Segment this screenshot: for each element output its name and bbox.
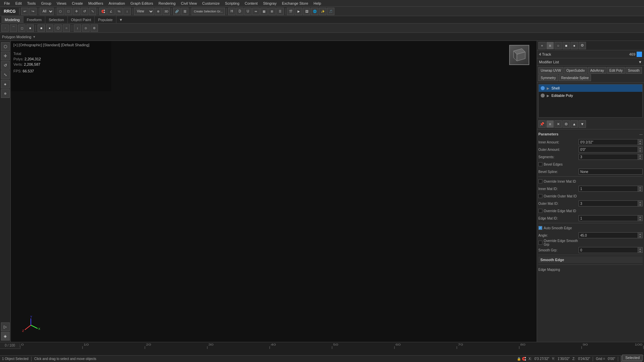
outer-amount-up[interactable]: ▲ xyxy=(638,147,642,149)
undo-btn[interactable]: ↩ xyxy=(21,8,29,15)
menu-scripting[interactable]: Scripting xyxy=(222,1,242,6)
outer-mat-id-input[interactable] xyxy=(579,200,638,206)
rotate-tool-btn[interactable]: ↺ xyxy=(1,61,10,70)
tab-object-paint[interactable]: Object Paint xyxy=(68,16,95,23)
sub-tools1[interactable]: ↕ xyxy=(74,24,81,32)
tab-freeform[interactable]: Freeform xyxy=(23,16,46,23)
edge-mode-btn[interactable]: ⌒ xyxy=(10,24,17,32)
menu-help[interactable]: Help xyxy=(311,1,324,6)
rp-settings-btn[interactable]: ⚙ xyxy=(579,42,586,49)
adv-array-btn[interactable]: AdvArray xyxy=(588,67,606,74)
rp-plus-btn[interactable]: + xyxy=(538,42,546,49)
override-outer-mat-checkbox[interactable] xyxy=(538,194,542,198)
spinner-snap-btn[interactable]: ↕ xyxy=(123,8,131,15)
outer-amount-down[interactable]: ▼ xyxy=(638,149,642,152)
modifier-list-dropdown-arrow[interactable]: ▼ xyxy=(638,60,642,64)
track-color-box[interactable] xyxy=(637,52,642,57)
move-tool-btn[interactable]: ✛ xyxy=(1,52,10,60)
display-btn[interactable]: D xyxy=(236,8,244,15)
opensubdiv-btn[interactable]: OpenSubdiv xyxy=(564,67,587,74)
tab-selection[interactable]: Selection xyxy=(45,16,67,23)
bevel-spline-input[interactable] xyxy=(579,169,643,175)
left-extra2[interactable]: ⊕ xyxy=(1,89,10,98)
render-env-btn[interactable]: 🌐 xyxy=(311,8,318,15)
hierarchy-btn[interactable]: H xyxy=(228,8,235,15)
remove-modifier-btn[interactable]: ✕ xyxy=(554,120,562,128)
stack-item-shell[interactable]: ▶ Shell xyxy=(539,84,642,92)
inner-amount-input[interactable] xyxy=(579,139,638,145)
edge-mat-id-down[interactable]: ▼ xyxy=(638,218,642,221)
sub-tools2[interactable]: ⊙ xyxy=(82,24,90,32)
inner-amount-spinner[interactable]: ▲ ▼ xyxy=(638,139,643,145)
render-frame-btn[interactable]: 🖼 xyxy=(303,8,310,15)
smooth-edge-header[interactable]: Smooth Edge xyxy=(538,256,643,263)
override-inner-mat-checkbox[interactable] xyxy=(538,179,542,183)
menu-group[interactable]: Group xyxy=(38,1,54,6)
rotate-btn[interactable]: ↺ xyxy=(81,8,88,15)
view-dropdown[interactable]: View xyxy=(134,8,154,15)
outer-amount-input[interactable] xyxy=(579,146,638,153)
unwrap-uvw-btn[interactable]: Unwrap UVW xyxy=(538,67,564,74)
sub-obj1[interactable]: ■ xyxy=(38,24,45,32)
rp-square-btn[interactable]: ■ xyxy=(562,42,570,49)
inner-mat-id-up[interactable]: ▲ xyxy=(638,186,642,189)
scale-btn[interactable]: ⤡ xyxy=(89,8,96,15)
smooth-grp-up[interactable]: ▲ xyxy=(638,247,642,250)
align-btn[interactable]: ⊞ xyxy=(268,8,276,15)
segments-up[interactable]: ▲ xyxy=(638,154,642,157)
render-effects-btn[interactable]: ✨ xyxy=(319,8,326,15)
sub-obj4[interactable]: ○ xyxy=(63,24,70,32)
rp-circle-btn[interactable]: ○ xyxy=(554,42,562,49)
media-tracker-btn[interactable]: 🎵 xyxy=(327,8,334,15)
tabs-extra-dropdown[interactable]: ▼ xyxy=(116,18,125,22)
menu-customize[interactable]: Customize xyxy=(200,1,222,6)
menu-content[interactable]: Content xyxy=(242,1,261,6)
angle-up[interactable]: ▲ xyxy=(638,233,642,235)
segments-down[interactable]: ▼ xyxy=(638,157,642,160)
scale-tool-btn[interactable]: ⤡ xyxy=(1,70,10,79)
timeline-ruler[interactable]: 0 10 20 30 40 50 60 70 80 90 1 xyxy=(20,342,644,349)
view-center-btn[interactable]: ⊕ xyxy=(155,8,162,15)
highlight-stack-btn[interactable]: ≡ xyxy=(546,120,554,128)
smooth-grp-down[interactable]: ▼ xyxy=(638,250,642,253)
auto-smooth-edge-checkbox[interactable]: ✓ xyxy=(538,226,542,230)
menu-create[interactable]: Create xyxy=(69,1,86,6)
bevel-edges-checkbox[interactable] xyxy=(538,162,542,166)
quick-render-btn[interactable]: ▶ xyxy=(295,8,302,15)
timeline-playhead[interactable]: 0 / 100 xyxy=(0,344,20,347)
menu-modifiers[interactable]: Modifiers xyxy=(86,1,106,6)
select-tool-btn[interactable]: ⬡ xyxy=(1,42,10,51)
modifier-list-header[interactable]: Modifier List ▼ xyxy=(537,58,644,66)
edge-mat-id-input[interactable] xyxy=(579,215,638,221)
menu-views[interactable]: Views xyxy=(54,1,69,6)
segments-input[interactable] xyxy=(579,154,638,160)
inner-mat-id-spinner[interactable]: ▲ ▼ xyxy=(638,186,643,192)
outer-mat-id-spinner[interactable]: ▲ ▼ xyxy=(638,200,643,206)
angle-spinner[interactable]: ▲ ▼ xyxy=(638,232,643,238)
utilities-btn[interactable]: U xyxy=(244,8,252,15)
unlink-btn[interactable]: ⛓ xyxy=(181,8,189,15)
3d-snap-btn[interactable]: 3D xyxy=(163,8,170,15)
vertex-mode-btn[interactable]: ⬝ xyxy=(1,24,9,32)
move-up-btn[interactable]: ▲ xyxy=(571,120,578,128)
poly-dropdown-arrow[interactable]: ▼ xyxy=(33,35,36,39)
symmetry-btn[interactable]: Symmetry xyxy=(538,74,558,81)
border-mode-btn[interactable]: ◻ xyxy=(18,24,25,32)
left-extra1[interactable]: ◈ xyxy=(1,80,10,88)
tab-populate[interactable]: Populate xyxy=(95,16,116,23)
percent-snap-btn[interactable]: % xyxy=(115,8,123,15)
menu-rendering[interactable]: Rendering xyxy=(156,1,178,6)
array-btn[interactable]: ▦ xyxy=(260,8,268,15)
redo-btn[interactable]: ↪ xyxy=(29,8,37,15)
layer-btn[interactable]: ☰ xyxy=(276,8,284,15)
override-edge-mat-checkbox[interactable] xyxy=(538,209,542,213)
menu-civil-view[interactable]: Civil View xyxy=(178,1,199,6)
angle-snap-btn[interactable]: ∠ xyxy=(107,8,115,15)
edge-mat-id-spinner[interactable]: ▲ ▼ xyxy=(638,215,643,221)
outer-mat-id-down[interactable]: ▼ xyxy=(638,203,642,206)
select-obj-btn[interactable]: ⬡ xyxy=(57,8,64,15)
poly-mode-btn[interactable]: ■ xyxy=(26,24,34,32)
parameters-header[interactable]: Parameters — xyxy=(538,131,643,137)
nav-cube[interactable] xyxy=(509,45,533,68)
inner-amount-up[interactable]: ▲ xyxy=(638,139,642,142)
